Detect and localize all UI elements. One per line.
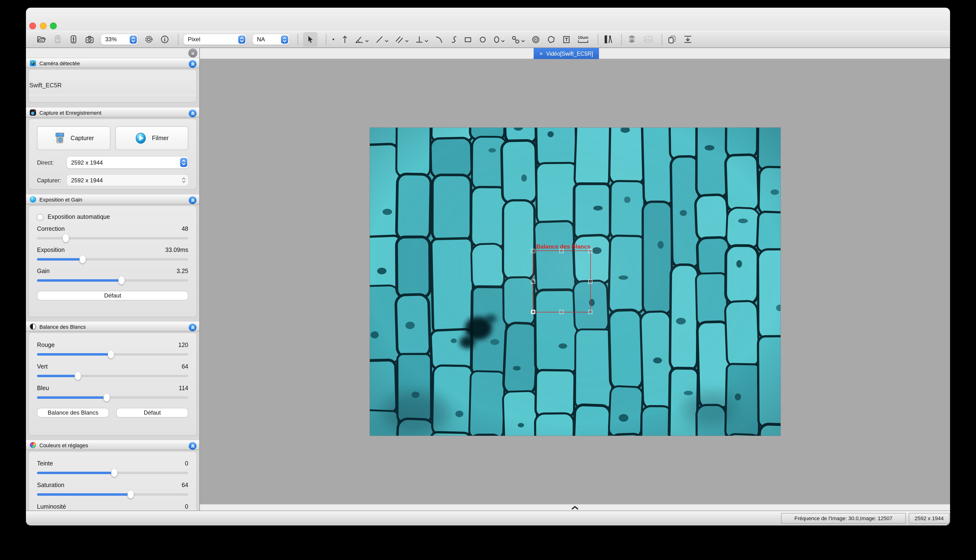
bottom-panel-toggle[interactable] xyxy=(200,504,950,510)
collapse-panel-button[interactable] xyxy=(189,109,196,117)
wb-default-button[interactable]: Défaut xyxy=(116,408,188,417)
exposure-default-button[interactable]: Défaut xyxy=(37,291,188,300)
slider-thumb[interactable] xyxy=(119,277,125,285)
pointer-tool[interactable] xyxy=(303,32,318,47)
slider-thumb[interactable] xyxy=(128,490,134,498)
perpendicular-tool[interactable] xyxy=(415,33,428,46)
save-icon[interactable] xyxy=(53,33,62,46)
arc-tool[interactable] xyxy=(435,33,443,46)
folder-open-icon[interactable] xyxy=(37,33,47,46)
panel-header[interactable]: Exposition et Gain xyxy=(26,194,199,204)
hue-slider[interactable] xyxy=(37,469,188,477)
roi-handle[interactable] xyxy=(559,249,564,253)
exposure-slider[interactable] xyxy=(37,255,188,263)
slider-thumb[interactable] xyxy=(104,393,110,402)
line-tool[interactable] xyxy=(375,33,389,46)
close-button[interactable] xyxy=(29,23,36,29)
panel-header[interactable]: Couleurs et réglages xyxy=(26,440,199,450)
ellipse-tool[interactable] xyxy=(493,33,505,46)
gear-icon[interactable] xyxy=(144,33,154,46)
collapse-panel-button[interactable] xyxy=(189,60,196,67)
stepper-icon[interactable] xyxy=(238,35,245,43)
roi-handle[interactable] xyxy=(588,279,592,283)
collapse-panel-button[interactable] xyxy=(189,196,196,204)
rectangle-tool[interactable] xyxy=(463,33,472,46)
record-button[interactable]: Filmer xyxy=(115,126,188,150)
slider-thumb[interactable] xyxy=(111,469,117,477)
toolbar-separator xyxy=(178,34,179,45)
zoom-select[interactable]: 33% xyxy=(101,34,138,45)
timed-capture-icon[interactable] xyxy=(85,33,95,46)
capture-button[interactable]: Capturer xyxy=(37,126,110,150)
auto-exposure-checkbox[interactable] xyxy=(37,214,43,220)
slider-thumb[interactable] xyxy=(63,234,69,242)
green-slider[interactable] xyxy=(37,372,188,380)
point-tool[interactable] xyxy=(331,33,335,46)
layers-icon[interactable] xyxy=(627,33,637,46)
capture-button-label: Capturer xyxy=(70,135,94,142)
resolution-status: 2592 x 1944 xyxy=(909,513,949,523)
slider-label: Correction xyxy=(37,225,65,232)
colors-panel-body: Teinte 0 Saturation 64 xyxy=(28,451,197,510)
measure-icon[interactable] xyxy=(603,33,613,46)
arrow-tool[interactable] xyxy=(341,33,348,46)
panel-header[interactable]: Capture et Enregistrement xyxy=(26,107,199,118)
title-bar[interactable] xyxy=(26,8,950,31)
white-balance-button[interactable]: Balance des Blancs xyxy=(37,408,109,417)
red-slider[interactable] xyxy=(37,350,188,358)
flatten-icon[interactable] xyxy=(683,33,693,46)
video-frame[interactable]: Balance des Blancs xyxy=(369,128,780,436)
stepper-icon[interactable] xyxy=(129,35,137,43)
minimize-button[interactable] xyxy=(40,23,46,29)
slider-thumb[interactable] xyxy=(75,372,81,380)
roi-handle[interactable] xyxy=(588,249,592,253)
text-tool[interactable] xyxy=(562,33,571,46)
collapse-panel-button[interactable] xyxy=(189,323,196,331)
sidebar-collapse-button[interactable]: « xyxy=(188,48,197,58)
stepper-icon[interactable] xyxy=(180,158,187,167)
zoom-button[interactable] xyxy=(50,23,57,29)
panel-header[interactable]: Caméra détectée xyxy=(26,58,199,68)
blue-slider[interactable] xyxy=(37,393,188,402)
slider-label: Luminosité xyxy=(37,503,66,510)
stepper-icon[interactable] xyxy=(281,35,288,43)
gain-slider[interactable] xyxy=(37,277,188,285)
slider-thumb[interactable] xyxy=(79,255,85,263)
slider-thumb[interactable] xyxy=(108,350,114,358)
angle-tool[interactable] xyxy=(354,33,369,46)
roi-handle[interactable] xyxy=(531,310,535,314)
exposure-panel-body: Exposition automatique Correction 48 Exp… xyxy=(28,205,197,317)
copy-icon[interactable] xyxy=(667,33,677,46)
polygon-tool[interactable] xyxy=(546,33,556,46)
target-tool[interactable] xyxy=(531,33,540,46)
tab-close-icon[interactable]: × xyxy=(540,51,543,57)
circle-tool[interactable] xyxy=(478,33,487,46)
na-select[interactable]: NA xyxy=(252,34,289,45)
scalebar-tool[interactable]: 10um xyxy=(577,33,589,46)
camera-name[interactable]: Swift_EC5R xyxy=(29,82,62,89)
unit-select[interactable]: Pixel xyxy=(184,34,246,45)
tab-video[interactable]: × Vidéo[Swift_EC5R] xyxy=(534,48,599,59)
viewer-canvas[interactable]: Balance des Blancs xyxy=(200,59,950,504)
parallel-lines-tool[interactable] xyxy=(395,33,409,46)
saturation-slider[interactable] xyxy=(37,490,188,498)
panel-header[interactable]: Balance des Blancs xyxy=(26,322,199,332)
collapse-panel-button[interactable] xyxy=(189,442,196,449)
capture-resolution-select[interactable]: 2592 x 1944 xyxy=(67,175,188,186)
correction-slider[interactable] xyxy=(37,234,188,242)
curve-tool[interactable] xyxy=(450,33,457,46)
app-window: 33% Pixel NA xyxy=(26,8,950,525)
live-resolution-select[interactable]: 2592 x 1944 xyxy=(67,157,188,168)
white-balance-roi[interactable]: Balance des Blancs xyxy=(532,250,590,312)
flash-capture-icon[interactable] xyxy=(69,33,78,46)
info-icon[interactable] xyxy=(160,33,170,46)
roi-handle[interactable] xyxy=(531,249,535,253)
slider-label: Gain xyxy=(37,268,50,275)
live-resolution-value: 2592 x 1944 xyxy=(67,159,103,166)
roi-handle[interactable] xyxy=(588,310,592,314)
roi-handle[interactable] xyxy=(559,310,564,314)
linked-circles-tool[interactable] xyxy=(511,33,525,46)
stepper-icon[interactable] xyxy=(180,176,187,184)
roi-handle[interactable] xyxy=(531,279,535,283)
csv-export-icon[interactable]: CSV xyxy=(643,33,653,46)
